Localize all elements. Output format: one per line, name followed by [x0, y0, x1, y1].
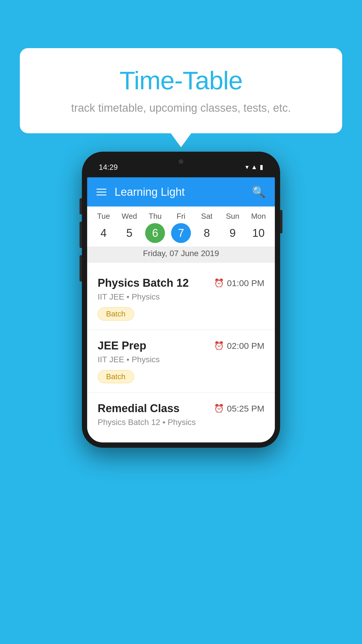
card-header-3: Remedial Class ⏰ 05:25 PM: [98, 402, 264, 415]
notch: [166, 157, 196, 166]
clock-icon-3: ⏰: [214, 404, 224, 413]
day-fri: Fri: [168, 212, 194, 221]
day-sun: Sun: [220, 212, 246, 221]
date-6-today[interactable]: 6: [145, 223, 165, 243]
day-thu: Thu: [142, 212, 168, 221]
mute-button: [80, 198, 82, 214]
selected-date-label: Friday, 07 June 2019: [87, 246, 275, 263]
camera: [179, 159, 183, 164]
phone-screen: Learning Light 🔍 Tue Wed Thu Fri Sat Sun…: [87, 177, 275, 442]
time-value-2: 02:00 PM: [227, 341, 264, 351]
day-sat: Sat: [194, 212, 220, 221]
calendar-strip: Tue Wed Thu Fri Sat Sun Mon 4 5 6 7 8 9 …: [87, 206, 275, 267]
search-button[interactable]: 🔍: [252, 186, 266, 198]
clock-icon-2: ⏰: [214, 341, 224, 351]
volume-down-button: [80, 255, 82, 281]
class-meta-1: IIT JEE • Physics: [98, 292, 264, 302]
class-card-2[interactable]: JEE Prep ⏰ 02:00 PM IIT JEE • Physics Ba…: [87, 330, 275, 392]
speech-bubble-container: Time-Table track timetable, upcoming cla…: [20, 48, 342, 133]
date-9[interactable]: 9: [220, 223, 246, 243]
menu-button[interactable]: [96, 189, 106, 195]
date-8[interactable]: 8: [194, 223, 220, 243]
class-card-1[interactable]: Physics Batch 12 ⏰ 01:00 PM IIT JEE • Ph…: [87, 267, 275, 329]
day-numbers: 4 5 6 7 8 9 10: [87, 223, 275, 246]
class-meta-3: Physics Batch 12 • Physics: [98, 418, 264, 427]
class-time-2: ⏰ 02:00 PM: [214, 341, 264, 351]
class-name-3: Remedial Class: [98, 402, 180, 415]
power-button: [280, 210, 282, 233]
batch-tag-1: Batch: [98, 307, 134, 321]
class-meta-2: IIT JEE • Physics: [98, 355, 264, 364]
status-icons: ▾ ▲ ▮: [245, 163, 263, 171]
wifi-icon: ▾: [245, 163, 249, 171]
status-bar: 14:29 ▾ ▲ ▮: [87, 157, 275, 177]
app-title: Learning Light: [115, 186, 244, 198]
class-card-3[interactable]: Remedial Class ⏰ 05:25 PM Physics Batch …: [87, 393, 275, 442]
time-value-1: 01:00 PM: [227, 278, 264, 288]
day-headers: Tue Wed Thu Fri Sat Sun Mon: [87, 206, 275, 223]
day-mon: Mon: [245, 212, 271, 221]
battery-icon: ▮: [260, 163, 263, 171]
class-time-3: ⏰ 05:25 PM: [214, 404, 264, 414]
clock-icon-1: ⏰: [214, 278, 224, 288]
bubble-subtitle: track timetable, upcoming classes, tests…: [31, 102, 331, 114]
day-tue: Tue: [91, 212, 117, 221]
day-wed: Wed: [117, 212, 143, 221]
class-name-2: JEE Prep: [98, 340, 146, 352]
date-10[interactable]: 10: [245, 223, 271, 243]
bubble-title: Time-Table: [31, 66, 331, 95]
volume-up-button: [80, 222, 82, 248]
phone-mockup: 14:29 ▾ ▲ ▮ Learning Light 🔍: [82, 152, 280, 448]
date-5[interactable]: 5: [117, 223, 143, 243]
phone-outer: 14:29 ▾ ▲ ▮ Learning Light 🔍: [82, 152, 280, 448]
app-bar: Learning Light 🔍: [87, 177, 275, 206]
batch-tag-2: Batch: [98, 370, 134, 383]
speech-bubble: Time-Table track timetable, upcoming cla…: [20, 48, 342, 133]
class-time-1: ⏰ 01:00 PM: [214, 278, 264, 288]
class-name-1: Physics Batch 12: [98, 277, 189, 289]
status-time: 14:29: [99, 163, 118, 172]
date-4[interactable]: 4: [91, 223, 117, 243]
time-value-3: 05:25 PM: [227, 404, 264, 414]
date-7-selected[interactable]: 7: [171, 223, 191, 243]
class-list: Physics Batch 12 ⏰ 01:00 PM IIT JEE • Ph…: [87, 267, 275, 442]
card-header-2: JEE Prep ⏰ 02:00 PM: [98, 340, 264, 352]
card-header-1: Physics Batch 12 ⏰ 01:00 PM: [98, 277, 264, 289]
signal-icon: ▲: [251, 163, 257, 171]
